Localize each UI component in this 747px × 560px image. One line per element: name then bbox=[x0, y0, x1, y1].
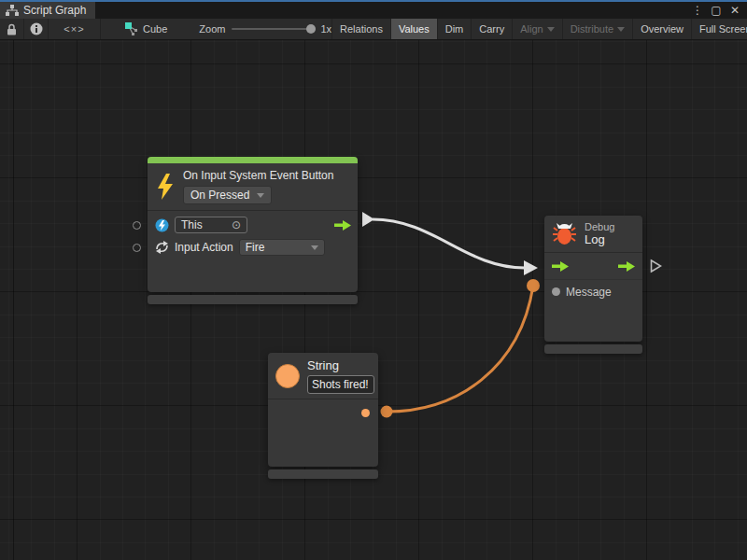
event-node-title: On Input System Event Button bbox=[183, 169, 333, 182]
message-input-port[interactable] bbox=[552, 287, 560, 296]
window-controls: ⋮ ▢ ✕ bbox=[689, 2, 747, 19]
lightning-bolt-icon bbox=[155, 173, 176, 201]
tab-script-graph[interactable]: Script Graph bbox=[0, 2, 95, 19]
close-button[interactable]: ✕ bbox=[726, 3, 743, 18]
event-this-row: This ⊙ bbox=[148, 214, 358, 236]
chevron-down-icon bbox=[257, 193, 264, 198]
flow-wire-start-triangle bbox=[362, 212, 374, 227]
values-label: Values bbox=[399, 23, 430, 35]
event-accent-bar bbox=[148, 157, 358, 163]
input-action-dropdown[interactable]: Fire bbox=[239, 239, 325, 256]
event-mode-label: On Pressed bbox=[190, 189, 249, 202]
value-wire-string-to-message[interactable] bbox=[387, 286, 533, 412]
carry-button[interactable]: Carry bbox=[471, 19, 512, 39]
chevron-down-icon bbox=[547, 27, 555, 32]
event-action-row: Input Action Fire bbox=[148, 236, 358, 259]
zoom-control: Zoom 1x bbox=[199, 19, 331, 39]
value-wire-start-dot bbox=[381, 406, 393, 418]
zoom-value: 1x bbox=[320, 23, 331, 35]
zoom-label: Zoom bbox=[199, 23, 225, 35]
message-label: Message bbox=[566, 286, 612, 299]
graph-target[interactable]: Cube bbox=[118, 19, 175, 39]
overview-label: Overview bbox=[641, 23, 684, 35]
gameobject-bolt-icon bbox=[155, 218, 169, 232]
code-icon: <×> bbox=[63, 23, 84, 35]
object-picker-icon[interactable]: ⊙ bbox=[232, 218, 241, 231]
chevron-down-icon bbox=[311, 245, 318, 250]
fullscreen-button[interactable]: Full Screen bbox=[691, 19, 747, 39]
node-string-literal[interactable]: String bbox=[268, 353, 378, 467]
string-output-row bbox=[268, 399, 378, 427]
graph-network-icon bbox=[125, 22, 138, 35]
titlebar: Script Graph ⋮ ▢ ✕ bbox=[0, 0, 747, 19]
lock-button[interactable] bbox=[0, 19, 24, 39]
bug-icon bbox=[552, 221, 577, 247]
toolbar-right-group: Relations Values Dim Carry Align Distrib… bbox=[331, 19, 747, 39]
fullscreen-label: Full Screen bbox=[699, 23, 747, 35]
toolbar: <×> Cube Zoom 1x Relations bbox=[0, 19, 747, 40]
zoom-slider-thumb[interactable] bbox=[306, 24, 316, 34]
graph-name-label: Cube bbox=[143, 23, 167, 35]
flow-output-port[interactable] bbox=[334, 219, 351, 231]
graph-canvas[interactable]: On Input System Event Button On Pressed bbox=[0, 40, 747, 560]
input-action-label: Input Action bbox=[175, 241, 233, 254]
flow-wire-arrowhead bbox=[524, 260, 538, 275]
overview-button[interactable]: Overview bbox=[632, 19, 691, 39]
string-value-input[interactable] bbox=[307, 375, 374, 394]
this-field-label: This bbox=[181, 218, 203, 231]
input-action-port[interactable] bbox=[133, 244, 141, 252]
string-node-footer bbox=[268, 469, 378, 479]
lock-icon bbox=[7, 23, 17, 35]
carry-label: Carry bbox=[479, 23, 504, 35]
info-button[interactable] bbox=[24, 19, 49, 39]
script-graph-window: Script Graph ⋮ ▢ ✕ bbox=[0, 0, 747, 560]
debug-flow-row bbox=[544, 253, 642, 280]
chevron-down-icon bbox=[617, 27, 625, 32]
titlebar-spacer bbox=[95, 2, 689, 19]
dim-button[interactable]: Dim bbox=[437, 19, 472, 39]
distribute-label: Distribute bbox=[571, 23, 613, 35]
relations-button[interactable]: Relations bbox=[331, 19, 390, 39]
graph-hierarchy-icon bbox=[6, 5, 19, 17]
debug-node-title: Log bbox=[585, 232, 614, 246]
align-label: Align bbox=[520, 23, 543, 35]
window-menu-button[interactable]: ⋮ bbox=[689, 3, 706, 18]
string-node-title: String bbox=[307, 358, 374, 372]
node-on-input-system-event-button[interactable]: On Input System Event Button On Pressed bbox=[148, 157, 358, 292]
value-wire-end-dot bbox=[527, 279, 540, 292]
flow-wire-event-to-log[interactable] bbox=[373, 219, 525, 268]
dim-label: Dim bbox=[445, 23, 464, 35]
align-dropdown-button[interactable]: Align bbox=[512, 19, 561, 39]
node-debug-log[interactable]: Debug Log bbox=[544, 216, 642, 342]
string-output-port[interactable] bbox=[361, 409, 370, 417]
this-input-port[interactable] bbox=[133, 221, 141, 230]
flow-input-port[interactable] bbox=[552, 260, 569, 273]
relations-label: Relations bbox=[340, 23, 383, 35]
debug-message-row: Message bbox=[544, 280, 642, 303]
unconnected-flow-triangle[interactable] bbox=[650, 259, 662, 273]
event-node-footer bbox=[148, 295, 358, 304]
flow-output-port[interactable] bbox=[618, 260, 635, 273]
tab-title: Script Graph bbox=[23, 4, 86, 17]
debug-node-footer bbox=[544, 344, 642, 354]
code-preview-button[interactable]: <×> bbox=[49, 19, 101, 39]
info-icon bbox=[30, 22, 43, 35]
debug-category-label: Debug bbox=[585, 221, 614, 232]
event-mode-dropdown[interactable]: On Pressed bbox=[183, 186, 272, 204]
input-action-icon bbox=[155, 241, 169, 254]
zoom-slider[interactable] bbox=[232, 28, 314, 30]
maximize-button[interactable]: ▢ bbox=[708, 3, 725, 18]
values-button[interactable]: Values bbox=[390, 19, 437, 39]
this-object-field[interactable]: This ⊙ bbox=[175, 217, 247, 233]
string-type-icon bbox=[275, 364, 300, 388]
distribute-dropdown-button[interactable]: Distribute bbox=[562, 19, 632, 39]
input-action-value: Fire bbox=[246, 241, 265, 254]
